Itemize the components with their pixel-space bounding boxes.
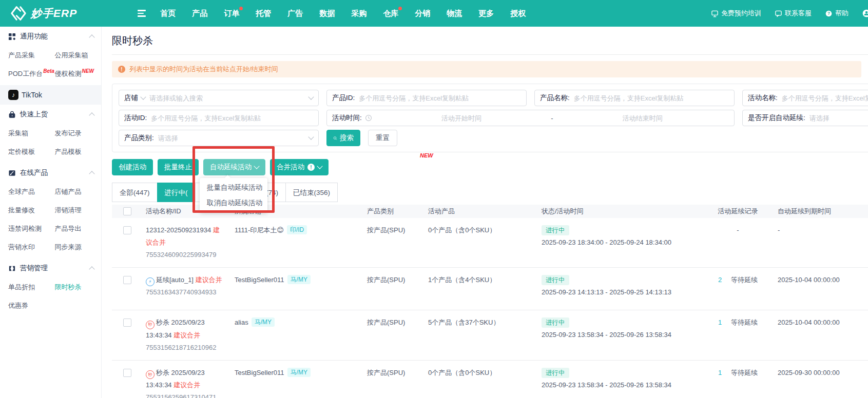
sidebar-item-item-discount[interactable]: 单品折扣 <box>8 278 55 296</box>
product-name-field[interactable]: 产品名称: <box>534 90 735 106</box>
nav-products[interactable]: 产品 <box>192 9 207 18</box>
renew-record-status: 等待延续 <box>731 274 758 286</box>
shop-select[interactable]: 店铺 <box>119 90 319 106</box>
activity-id-field[interactable]: 活动ID: <box>119 110 319 126</box>
product-id-field[interactable]: 产品ID: <box>326 90 527 106</box>
sidebar-item-public-collect-box[interactable]: 公用采集箱 <box>55 46 102 65</box>
tab-ended[interactable]: 已结束(356) <box>285 183 338 202</box>
sidebar-item-product-template[interactable]: 产品模板 <box>55 143 102 161</box>
menu-item-batch-auto-renew[interactable]: 批量自动延续活动 <box>200 180 267 195</box>
sidebar-item-collect-box[interactable]: 采集箱 <box>8 124 55 143</box>
row-checkbox[interactable] <box>123 319 131 327</box>
chevron-down-icon <box>308 134 314 140</box>
nav-distribution[interactable]: 分销 <box>415 9 430 18</box>
chevron-up-icon <box>89 266 94 272</box>
menu-toggle-icon[interactable] <box>138 10 146 17</box>
select-all-checkbox[interactable] <box>123 207 131 215</box>
nav-more[interactable]: 更多 <box>478 9 494 18</box>
tab-all[interactable]: 全部(447) <box>112 183 158 202</box>
reset-button[interactable]: 重置 <box>368 130 397 146</box>
shop-search-input[interactable] <box>148 94 306 103</box>
nav-hosting[interactable]: 托管 <box>256 9 271 18</box>
product-name-input[interactable] <box>573 94 729 103</box>
user-avatar[interactable] <box>862 9 868 18</box>
warning-icon: ! <box>118 66 125 73</box>
sidebar-item-product-collect[interactable]: 产品采集 <box>8 46 55 65</box>
renew-record-link[interactable]: 1 <box>718 367 722 379</box>
activity-products: 5个产品（含37个SKU） <box>423 316 536 329</box>
nav-home[interactable]: 首页 <box>160 9 176 18</box>
auto-renew-input[interactable] <box>808 114 868 123</box>
tab-in-progress[interactable]: 进行中( <box>157 183 196 202</box>
shop-name: 1111-印尼本土😊 <box>235 226 284 234</box>
activity-end-time-input[interactable] <box>556 114 729 123</box>
sidebar-item-batch-edit[interactable]: 批量修改 <box>8 201 55 220</box>
category-select[interactable]: 产品类别: <box>119 130 319 146</box>
nav-logistics[interactable]: 物流 <box>447 9 462 18</box>
sidebar-item-banned-words-check[interactable]: 违禁词检测 <box>8 220 55 238</box>
sidebar-section-online-products[interactable]: 在线产品 <box>0 163 101 183</box>
nav-orders[interactable]: 订单 <box>224 9 239 18</box>
app-logo[interactable]: 妙手ERP <box>10 5 77 22</box>
new-badge: NEW <box>82 68 94 74</box>
top-navbar: 妙手ERP 首页 产品 订单 托管 广告 数据 采购 仓库 分销 物流 更多 授… <box>0 0 868 27</box>
sidebar-section-general[interactable]: 通用功能 <box>0 27 101 46</box>
sidebar-section-quick-listing[interactable]: 快速上货 <box>0 105 101 124</box>
sidebar-item-product-export[interactable]: 产品导出 <box>55 220 102 238</box>
create-activity-button[interactable]: 创建活动 <box>112 159 153 175</box>
sidebar-item-slow-moving-cleanup[interactable]: 滞销清理 <box>55 201 102 220</box>
sidebar-item-infringement-check[interactable]: 侵权检测NEW <box>55 65 102 83</box>
nav-ads[interactable]: 广告 <box>287 9 303 18</box>
auto-renew-activity-dropdown-button[interactable]: 自动延续活动 <box>203 159 265 175</box>
renew-record-link[interactable]: 1 <box>718 316 722 329</box>
contact-support-link[interactable]: 联系客服 <box>775 9 812 18</box>
product-category: 按产品(SPU) <box>362 316 423 329</box>
sidebar-section-marketing[interactable]: 营销管理 <box>0 258 101 278</box>
activity-name-input[interactable] <box>781 94 868 103</box>
row-checkbox[interactable] <box>123 369 131 377</box>
svg-text:?: ? <box>827 11 830 16</box>
sidebar-item-shop-products[interactable]: 店铺产品 <box>55 183 102 201</box>
product-id-input[interactable] <box>358 94 521 103</box>
nav-authorize[interactable]: 授权 <box>510 9 526 18</box>
activity-start-time-input[interactable] <box>375 114 548 123</box>
renew-record-link[interactable]: 2 <box>718 274 722 286</box>
product-category: 按产品(SPU) <box>362 274 423 286</box>
renew-record-status: 等待延续 <box>731 367 758 379</box>
nav-warehouse[interactable]: 仓库 <box>383 9 398 18</box>
sidebar-item-coupons[interactable]: 优惠券 <box>8 296 55 315</box>
help-link[interactable]: ? 帮助 <box>825 9 848 18</box>
search-button[interactable]: 搜索 <box>326 130 360 146</box>
nav-purchase[interactable]: 采购 <box>351 9 367 18</box>
activity-time: 2025-09-23 13:58:34 - 2025-09-26 13:58:3… <box>542 379 698 391</box>
merge-activity-dropdown-button[interactable]: 合并活动 ! <box>270 159 329 175</box>
notification-dot <box>398 7 402 10</box>
beta-badge: Beta <box>43 68 54 74</box>
nav-data[interactable]: 数据 <box>319 9 335 18</box>
batch-terminate-button[interactable]: 批量终止 <box>158 159 199 175</box>
sidebar-item-publish-records[interactable]: 发布记录 <box>55 124 102 143</box>
menu-item-cancel-auto-renew[interactable]: 取消自动延续活动 <box>200 195 267 211</box>
category-input[interactable] <box>157 134 306 143</box>
main-nav: 首页 产品 订单 托管 广告 数据 采购 仓库 分销 物流 更多 授权 <box>160 9 526 18</box>
sidebar-item-sync-source[interactable]: 同步来源 <box>55 238 102 256</box>
activity-products: 0个产品（含0个SKU） <box>423 224 536 236</box>
row-checkbox[interactable] <box>123 276 131 284</box>
activity-name-field[interactable]: 活动名称: <box>742 90 868 106</box>
sidebar-item-marketing-watermark[interactable]: 营销水印 <box>8 238 55 256</box>
avatar-icon <box>862 9 868 18</box>
table-row: 秒秒杀 2025/09/23 13:43:34 建议合并 75531562596… <box>112 361 868 398</box>
free-training-link[interactable]: 免费预约培训 <box>711 9 761 18</box>
sidebar-item-pricing-template[interactable]: 定价模板 <box>8 143 55 161</box>
sidebar-item-pod-workbench[interactable]: POD工作台Beta <box>8 65 55 83</box>
sidebar-item-global-products[interactable]: 全球产品 <box>8 183 55 201</box>
training-icon <box>711 10 719 17</box>
auto-renew-select[interactable]: 是否开启自动延续: <box>742 110 868 126</box>
sidebar-item-tiktok[interactable]: ♪ TikTok <box>0 85 101 105</box>
activity-time-range[interactable]: 活动时间: - <box>326 110 735 126</box>
activity-id: 7553156218716210962 <box>146 342 224 354</box>
activity-id-input[interactable] <box>150 114 313 123</box>
sidebar-item-flash-sale[interactable]: 限时秒杀 <box>55 278 102 296</box>
auto-renew-expire: 2025-10-04 00:00:00 <box>773 274 868 286</box>
row-checkbox[interactable] <box>123 226 131 234</box>
